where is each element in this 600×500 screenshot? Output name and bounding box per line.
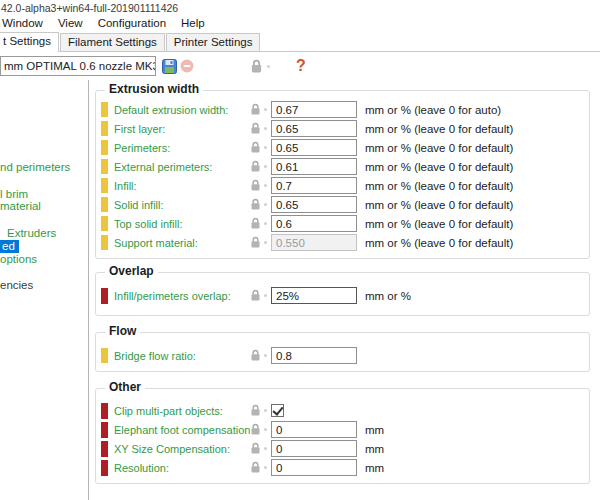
sidebar-item-multiple-extruders[interactable]: Extruders <box>7 227 56 239</box>
lock-icon <box>250 122 261 135</box>
revert-dot-icon <box>264 294 267 297</box>
revert-dot-icon <box>264 146 267 149</box>
section-title: Overlap <box>105 264 158 278</box>
lock-wrap <box>250 289 271 302</box>
lock-icon <box>250 289 261 302</box>
revert-dot-icon <box>264 165 267 168</box>
lock-icon <box>250 461 261 474</box>
revert-dot-icon <box>264 203 267 206</box>
setting-row: Perimeters: mm or % (leave 0 for default… <box>101 138 589 157</box>
lock-wrap <box>250 461 271 474</box>
revert-dot-icon <box>264 428 267 431</box>
top-solid-infill-input[interactable] <box>271 215 357 232</box>
lock-wrap <box>250 141 271 154</box>
modified-indicator <box>101 216 108 231</box>
save-preset-button[interactable] <box>162 59 177 74</box>
lock-wrap <box>250 179 271 192</box>
revert-dot-icon <box>264 184 267 187</box>
overlap-section: Overlap Infill/perimeters overlap: mm or… <box>95 272 590 316</box>
setting-label: Solid infill: <box>114 199 250 211</box>
menu-view[interactable]: View <box>58 17 83 29</box>
resolution-input[interactable] <box>271 459 357 476</box>
setting-unit: mm or % (leave 0 for default) <box>365 218 513 230</box>
section-title: Other <box>105 380 145 394</box>
bridge-flow-ratio-input[interactable] <box>271 347 357 364</box>
lock-wrap <box>250 122 271 135</box>
setting-label: Top solid infill: <box>114 218 250 230</box>
setting-unit: mm or % (leave 0 for auto) <box>365 104 501 116</box>
setting-label: Infill: <box>114 180 250 192</box>
tab-printer-settings[interactable]: Printer Settings <box>166 33 261 51</box>
support-material-width-input <box>271 234 357 251</box>
sidebar-item-layers-perimeters[interactable]: nd perimeters <box>0 161 70 173</box>
setting-row: Clip multi-part objects: <box>101 401 589 420</box>
solid-infill-input[interactable] <box>271 196 357 213</box>
clip-multipart-objects-checkbox[interactable] <box>271 404 284 417</box>
preset-dropdown[interactable]: mm OPTIMAL 0.6 nozzle MK3 <box>0 56 156 76</box>
lock-icon <box>250 141 261 154</box>
setting-unit: mm or % (leave 0 for default) <box>365 123 513 135</box>
setting-unit: mm <box>365 462 384 474</box>
sidebar-item-output-options[interactable]: options <box>0 253 37 265</box>
setting-unit: mm or % (leave 0 for default) <box>365 199 513 211</box>
lock-preset-button[interactable] <box>250 59 263 74</box>
lock-wrap <box>250 198 271 211</box>
lock-icon <box>250 179 261 192</box>
sidebar-item-advanced[interactable]: ed <box>0 240 19 253</box>
setting-label: Support material: <box>114 237 250 249</box>
setting-row: First layer: mm or % (leave 0 for defaul… <box>101 119 589 138</box>
elephant-foot-compensation-input[interactable] <box>271 421 357 438</box>
setting-label: First layer: <box>114 123 250 135</box>
lock-wrap <box>250 217 271 230</box>
tab-print-settings[interactable]: t Settings <box>0 32 59 52</box>
section-title: Extrusion width <box>105 82 203 96</box>
setting-unit: mm <box>365 443 384 455</box>
revert-dot-icon <box>264 447 267 450</box>
setting-row: Support material: mm or % (leave 0 for d… <box>101 233 589 252</box>
setting-row: External perimeters: mm or % (leave 0 fo… <box>101 157 589 176</box>
settings-tab-bar: t Settings Filament Settings Printer Set… <box>0 31 600 52</box>
perimeters-input[interactable] <box>271 139 357 156</box>
setting-row: Elephant foot compensation: mm <box>101 420 589 439</box>
first-layer-input[interactable] <box>271 120 357 137</box>
external-perimeters-input[interactable] <box>271 158 357 175</box>
modified-indicator <box>101 422 108 438</box>
delete-preset-button[interactable] <box>180 59 194 73</box>
lock-icon <box>250 59 263 74</box>
help-button[interactable]: ? <box>296 58 306 74</box>
modified-indicator <box>101 460 108 476</box>
window-title: 42.0-alpha3+win64-full-201901111426 <box>0 0 600 15</box>
setting-row: Resolution: mm <box>101 458 589 477</box>
minus-circle-icon <box>180 59 194 73</box>
lock-icon <box>250 160 261 173</box>
sidebar-item-skirt-brim[interactable]: l brim <box>0 188 28 200</box>
setting-label: Bridge flow ratio: <box>114 350 250 362</box>
lock-icon <box>250 423 261 436</box>
setting-unit: mm or % (leave 0 for default) <box>365 180 513 192</box>
setting-unit: mm or % (leave 0 for default) <box>365 142 513 154</box>
sidebar-item-dependencies[interactable]: encies <box>0 279 33 291</box>
setting-row: XY Size Compensation: mm <box>101 439 589 458</box>
setting-row: Solid infill: mm or % (leave 0 for defau… <box>101 195 589 214</box>
setting-row: Default extrusion width: mm or % (leave … <box>101 100 589 119</box>
setting-label: External perimeters: <box>114 161 250 173</box>
modified-indicator <box>101 235 108 250</box>
lock-icon <box>250 349 261 362</box>
menu-window[interactable]: Window <box>2 17 43 29</box>
infill-perimeters-overlap-input[interactable] <box>271 287 357 304</box>
sidebar-item-support-material[interactable]: material <box>0 200 41 212</box>
revert-dot-icon <box>264 222 267 225</box>
modified-indicator <box>101 102 108 117</box>
xy-size-compensation-input[interactable] <box>271 440 357 457</box>
menu-help[interactable]: Help <box>181 17 205 29</box>
setting-label: Perimeters: <box>114 142 250 154</box>
revert-dot-icon <box>264 466 267 469</box>
menu-configuration[interactable]: Configuration <box>98 17 166 29</box>
modified-indicator <box>101 121 108 136</box>
infill-input[interactable] <box>271 177 357 194</box>
default-extrusion-width-input[interactable] <box>271 101 357 118</box>
tab-filament-settings[interactable]: Filament Settings <box>60 33 165 51</box>
modified-indicator <box>101 197 108 212</box>
lock-wrap <box>250 236 271 249</box>
setting-unit: mm <box>365 424 384 436</box>
